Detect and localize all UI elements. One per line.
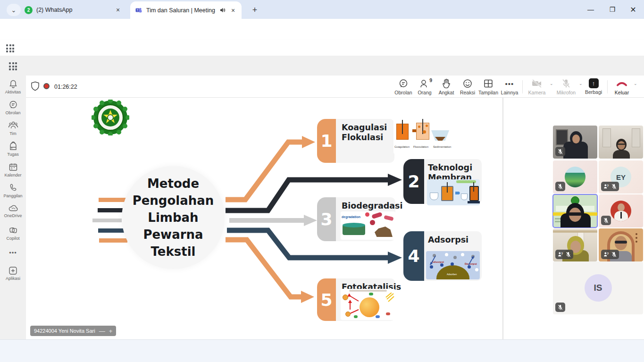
- hand-raised-icon: ?: [603, 252, 609, 257]
- mic-off-icon: [611, 252, 617, 258]
- item-3-number: 3: [317, 197, 336, 241]
- mic-off-icon: [558, 184, 563, 190]
- mic-off-icon: [558, 304, 563, 311]
- participant-avatar-tile[interactable]: IS: [553, 261, 643, 314]
- hand-raised-mic-muted-badge: ?: [555, 250, 573, 259]
- item-3-image: degradation: [341, 211, 395, 240]
- presenter-label-pill: 94224004 Yeni Novita Sari — +: [30, 326, 116, 336]
- avatar-initials: IS: [585, 274, 612, 302]
- screen: ⌄ 2 (2) WhatsApp × T Tim dan Saluran | M…: [0, 0, 644, 362]
- participant-avatar-tile[interactable]: [599, 194, 643, 227]
- participant-avatar-tile[interactable]: [553, 160, 597, 194]
- participant-video-tile[interactable]: ?: [553, 228, 597, 261]
- mic-off-icon: [603, 218, 609, 224]
- svg-text:?: ?: [561, 252, 563, 255]
- item-2-number: 2: [403, 159, 424, 204]
- item-1-image: Coagulation Flocculation Sedimentation: [393, 118, 452, 154]
- svg-text:?: ?: [607, 252, 609, 255]
- item-4-image: Adsorben Adsorpsi Desorpsi: [426, 251, 480, 279]
- windows-taskbar: ⎙ W ✂ 9:48 AM 2/14/2026: [0, 339, 644, 362]
- university-logo: [92, 100, 129, 135]
- item-5-image: [341, 289, 395, 320]
- mic-off-icon: [611, 184, 617, 190]
- mic-off-icon: [558, 149, 563, 155]
- item-1-card: Koagulasi Flokulasi: [336, 119, 394, 163]
- zoom-out-button[interactable]: —: [99, 328, 105, 335]
- item-1-number: 1: [317, 119, 336, 163]
- item-2-image: [427, 179, 480, 205]
- avatar-image: [565, 167, 585, 187]
- hand-raised-mic-muted-badge: ?: [601, 250, 619, 259]
- zoom-in-button[interactable]: +: [109, 328, 113, 335]
- hand-raised-icon: ?: [558, 252, 563, 257]
- mic-muted-badge: [555, 303, 565, 312]
- participant-avatar-tile[interactable]: EY ?: [599, 160, 643, 194]
- hand-raised-icon: ?: [603, 184, 609, 189]
- participant-video-tile[interactable]: ?: [599, 228, 643, 261]
- hand-raised-mic-muted-badge: ?: [601, 182, 619, 191]
- mic-muted-badge: [601, 216, 611, 225]
- mic-off-icon: [566, 252, 571, 258]
- mic-muted-badge: [555, 147, 565, 156]
- participant-video-tile-active-speaker[interactable]: PELA: [553, 194, 597, 227]
- diagram-center-circle: Metode Pengolahan Limbah Pewarna Tekstil: [122, 166, 225, 269]
- presenter-name: 94224004 Yeni Novita Sari: [34, 328, 95, 334]
- participant-video-tile[interactable]: [599, 126, 643, 159]
- participants-panel: EY ? PELA: [552, 98, 644, 339]
- mic-muted-badge: [555, 182, 565, 191]
- participant-video-tile[interactable]: [553, 126, 597, 159]
- slide-title: Metode Pengolahan Limbah Pewarna Tekstil: [133, 175, 214, 260]
- avatar-image: [611, 201, 631, 221]
- svg-text:?: ?: [607, 184, 609, 187]
- item-5-number: 5: [317, 278, 336, 321]
- item-4-number: 4: [403, 231, 424, 281]
